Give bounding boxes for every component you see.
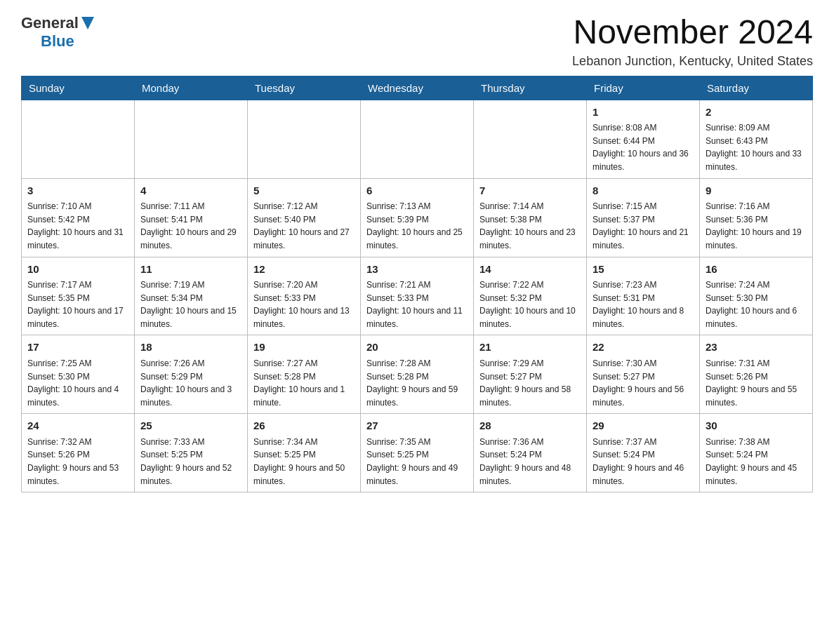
day-number: 12 (253, 262, 355, 278)
calendar-cell: 16Sunrise: 7:24 AMSunset: 5:30 PMDayligh… (700, 257, 813, 335)
day-number: 25 (140, 418, 241, 434)
day-number: 10 (27, 262, 128, 278)
calendar-cell: 11Sunrise: 7:19 AMSunset: 5:34 PMDayligh… (135, 257, 248, 335)
calendar-cell: 2Sunrise: 8:09 AMSunset: 6:43 PMDaylight… (700, 100, 813, 178)
svg-marker-0 (81, 17, 94, 29)
calendar-header-monday: Monday (135, 76, 248, 100)
calendar-header-tuesday: Tuesday (248, 76, 361, 100)
calendar-cell (361, 100, 474, 178)
calendar-header-sunday: Sunday (22, 76, 135, 100)
day-number: 6 (366, 183, 468, 199)
calendar-header-friday: Friday (587, 76, 700, 100)
day-number: 7 (479, 183, 581, 199)
day-number: 15 (593, 262, 694, 278)
sun-info: Sunrise: 7:17 AMSunset: 5:35 PMDaylight:… (27, 279, 128, 330)
calendar-cell: 23Sunrise: 7:31 AMSunset: 5:26 PMDayligh… (700, 335, 813, 414)
sun-info: Sunrise: 7:30 AMSunset: 5:27 PMDaylight:… (593, 357, 694, 409)
sun-info: Sunrise: 7:22 AMSunset: 5:32 PMDaylight:… (479, 279, 581, 330)
sun-info: Sunrise: 7:25 AMSunset: 5:30 PMDaylight:… (27, 357, 128, 409)
day-number: 4 (140, 183, 241, 199)
day-number: 2 (706, 105, 807, 121)
sun-info: Sunrise: 7:31 AMSunset: 5:26 PMDaylight:… (706, 357, 807, 409)
sun-info: Sunrise: 7:14 AMSunset: 5:38 PMDaylight:… (479, 200, 581, 252)
day-number: 27 (366, 418, 468, 434)
day-number: 23 (706, 340, 807, 356)
day-number: 9 (706, 183, 807, 199)
logo-blue-text: Blue (41, 32, 74, 51)
calendar-week-row: 24Sunrise: 7:32 AMSunset: 5:26 PMDayligh… (22, 414, 813, 492)
calendar-header-wednesday: Wednesday (361, 76, 474, 100)
calendar-cell: 10Sunrise: 7:17 AMSunset: 5:35 PMDayligh… (22, 257, 135, 335)
sun-info: Sunrise: 7:15 AMSunset: 5:37 PMDaylight:… (593, 200, 694, 252)
page-header: General Blue November 2024 Lebanon Junct… (21, 14, 813, 69)
day-number: 3 (27, 183, 128, 199)
calendar-cell: 26Sunrise: 7:34 AMSunset: 5:25 PMDayligh… (248, 414, 361, 492)
calendar-table: SundayMondayTuesdayWednesdayThursdayFrid… (21, 76, 813, 492)
sun-info: Sunrise: 7:11 AMSunset: 5:41 PMDaylight:… (140, 200, 241, 252)
calendar-cell: 24Sunrise: 7:32 AMSunset: 5:26 PMDayligh… (22, 414, 135, 492)
day-number: 19 (253, 340, 355, 356)
calendar-cell: 25Sunrise: 7:33 AMSunset: 5:25 PMDayligh… (135, 414, 248, 492)
calendar-header-row: SundayMondayTuesdayWednesdayThursdayFrid… (22, 76, 813, 100)
sun-info: Sunrise: 7:37 AMSunset: 5:24 PMDaylight:… (593, 436, 694, 488)
sun-info: Sunrise: 7:32 AMSunset: 5:26 PMDaylight:… (27, 436, 128, 488)
day-number: 13 (366, 262, 468, 278)
calendar-week-row: 1Sunrise: 8:08 AMSunset: 6:44 PMDaylight… (22, 100, 813, 178)
logo: General Blue (21, 14, 94, 51)
calendar-week-row: 3Sunrise: 7:10 AMSunset: 5:42 PMDaylight… (22, 178, 813, 257)
calendar-cell: 1Sunrise: 8:08 AMSunset: 6:44 PMDaylight… (587, 100, 700, 178)
sun-info: Sunrise: 7:24 AMSunset: 5:30 PMDaylight:… (706, 279, 807, 330)
day-number: 18 (140, 340, 241, 356)
calendar-cell: 27Sunrise: 7:35 AMSunset: 5:25 PMDayligh… (361, 414, 474, 492)
day-number: 14 (479, 262, 581, 278)
sun-info: Sunrise: 7:34 AMSunset: 5:25 PMDaylight:… (253, 436, 355, 488)
sun-info: Sunrise: 7:16 AMSunset: 5:36 PMDaylight:… (706, 200, 807, 252)
calendar-cell: 14Sunrise: 7:22 AMSunset: 5:32 PMDayligh… (474, 257, 587, 335)
calendar-week-row: 10Sunrise: 7:17 AMSunset: 5:35 PMDayligh… (22, 257, 813, 335)
day-number: 26 (253, 418, 355, 434)
day-number: 1 (593, 105, 694, 121)
sun-info: Sunrise: 7:23 AMSunset: 5:31 PMDaylight:… (593, 279, 694, 330)
sun-info: Sunrise: 7:35 AMSunset: 5:25 PMDaylight:… (366, 436, 468, 488)
calendar-cell (135, 100, 248, 178)
day-number: 29 (593, 418, 694, 434)
day-number: 28 (479, 418, 581, 434)
sun-info: Sunrise: 7:10 AMSunset: 5:42 PMDaylight:… (27, 200, 128, 252)
sun-info: Sunrise: 7:21 AMSunset: 5:33 PMDaylight:… (366, 279, 468, 330)
sun-info: Sunrise: 7:38 AMSunset: 5:24 PMDaylight:… (706, 436, 807, 488)
day-number: 5 (253, 183, 355, 199)
calendar-cell: 17Sunrise: 7:25 AMSunset: 5:30 PMDayligh… (22, 335, 135, 414)
logo-general-text: General (21, 14, 79, 32)
day-number: 17 (27, 340, 128, 356)
sun-info: Sunrise: 7:33 AMSunset: 5:25 PMDaylight:… (140, 436, 241, 488)
day-number: 24 (27, 418, 128, 434)
day-number: 16 (706, 262, 807, 278)
sun-info: Sunrise: 8:09 AMSunset: 6:43 PMDaylight:… (706, 121, 807, 173)
calendar-cell: 29Sunrise: 7:37 AMSunset: 5:24 PMDayligh… (587, 414, 700, 492)
calendar-cell: 20Sunrise: 7:28 AMSunset: 5:28 PMDayligh… (361, 335, 474, 414)
calendar-cell (474, 100, 587, 178)
title-block: November 2024 Lebanon Junction, Kentucky… (572, 14, 813, 69)
calendar-cell: 7Sunrise: 7:14 AMSunset: 5:38 PMDaylight… (474, 178, 587, 257)
calendar-cell: 5Sunrise: 7:12 AMSunset: 5:40 PMDaylight… (248, 178, 361, 257)
calendar-cell (22, 100, 135, 178)
day-number: 11 (140, 262, 241, 278)
calendar-cell: 3Sunrise: 7:10 AMSunset: 5:42 PMDaylight… (22, 178, 135, 257)
calendar-cell: 12Sunrise: 7:20 AMSunset: 5:33 PMDayligh… (248, 257, 361, 335)
calendar-cell: 30Sunrise: 7:38 AMSunset: 5:24 PMDayligh… (700, 414, 813, 492)
calendar-cell: 18Sunrise: 7:26 AMSunset: 5:29 PMDayligh… (135, 335, 248, 414)
day-number: 21 (479, 340, 581, 356)
sun-info: Sunrise: 7:12 AMSunset: 5:40 PMDaylight:… (253, 200, 355, 252)
calendar-cell: 9Sunrise: 7:16 AMSunset: 5:36 PMDaylight… (700, 178, 813, 257)
sun-info: Sunrise: 7:13 AMSunset: 5:39 PMDaylight:… (366, 200, 468, 252)
sun-info: Sunrise: 7:27 AMSunset: 5:28 PMDaylight:… (253, 357, 355, 409)
day-number: 20 (366, 340, 468, 356)
calendar-cell: 13Sunrise: 7:21 AMSunset: 5:33 PMDayligh… (361, 257, 474, 335)
sun-info: Sunrise: 7:36 AMSunset: 5:24 PMDaylight:… (479, 436, 581, 488)
calendar-cell: 19Sunrise: 7:27 AMSunset: 5:28 PMDayligh… (248, 335, 361, 414)
calendar-cell: 22Sunrise: 7:30 AMSunset: 5:27 PMDayligh… (587, 335, 700, 414)
day-number: 8 (593, 183, 694, 199)
calendar-cell: 8Sunrise: 7:15 AMSunset: 5:37 PMDaylight… (587, 178, 700, 257)
day-number: 22 (593, 340, 694, 356)
calendar-cell: 28Sunrise: 7:36 AMSunset: 5:24 PMDayligh… (474, 414, 587, 492)
